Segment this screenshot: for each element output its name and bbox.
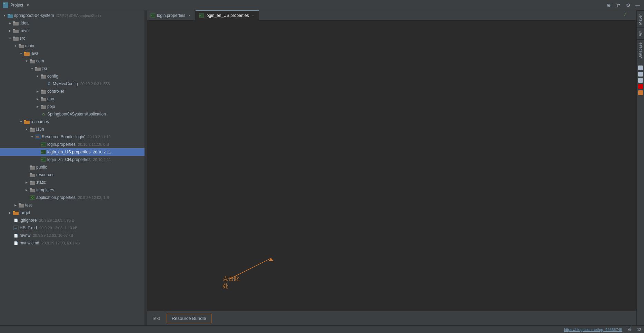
login-zh-meta: 20.10.2 11 [93,158,111,162]
test-label: test [25,203,32,208]
tree-src[interactable]: ▼ src [0,34,145,42]
project-tree[interactable]: ▼ springboot-04-system D:\学习\IDEA projec… [0,10,145,325]
tabs-bar: P login.properties × P login_en_US.prope… [147,10,636,21]
i18n-arrow[interactable]: ▼ [24,127,29,131]
com-arrow[interactable]: ▼ [24,59,29,63]
tree-rb-login[interactable]: ▼ RB Resource Bundle 'login' 20.10.2 11:… [0,133,145,141]
settings-btn[interactable]: ⚙ [625,2,632,9]
config-arrow[interactable]: ▼ [36,74,40,78]
title-bar-controls: ⊕ ⇄ ⚙ — [605,2,641,9]
tree-gitignore[interactable]: 📄 .gitignore 20.9.29 12:03, 395 B [0,216,145,224]
test-arrow[interactable]: ▶ [13,203,18,207]
zsr-folder-icon [35,67,41,71]
tree-idea[interactable]: ▶ .idea [0,19,145,27]
login-props-icon: P [41,142,46,147]
svg-text:P: P [41,151,43,153]
tree-main[interactable]: ▼ main [0,42,145,50]
app-props-icon [30,195,35,200]
res2-label: resources [36,172,55,177]
templates-arrow[interactable]: ▶ [24,188,29,192]
tab-login-properties[interactable]: P login.properties × [147,10,196,21]
bottom-tab-text[interactable]: Text [147,311,165,326]
tree-test[interactable]: ▶ test [0,201,145,209]
rb-label: Resource Bundle 'login' [42,134,85,139]
svg-text:md: md [14,227,17,229]
tree-mvnw[interactable]: 📄 mvnw 20.9.29 12:03, 10.07 kB [0,232,145,239]
tree-resources2[interactable]: resources [0,171,145,179]
tree-dao[interactable]: ▶ dao [0,95,145,103]
idea-arrow[interactable]: ▶ [8,21,12,25]
svg-rect-43 [30,181,32,182]
tree-mvn[interactable]: ▶ .mvn [0,27,145,34]
com-folder-icon [30,59,35,63]
check-mark: ✓ [623,11,627,18]
ctrl-arrow[interactable]: ▶ [36,89,40,93]
login-zh-label: login_zh_CN.properties [47,157,90,162]
main-arrow[interactable]: ▼ [13,44,18,48]
dropdown-arrow[interactable]: ▼ [26,3,30,7]
sidebar-btn-red[interactable] [638,84,643,89]
tree-static[interactable]: ▶ static [0,179,145,186]
test-folder-icon [19,203,24,208]
templates-label: templates [36,188,54,192]
config-folder-icon [41,74,46,79]
tree-controller[interactable]: ▶ controller [0,88,145,95]
tree-app-props[interactable]: application.properties 20.9.29 12:03, 1 … [0,194,145,201]
sidebar-ant[interactable]: Ant [637,28,644,39]
bottom-tab-resource-bundle[interactable]: Resource Bundle [167,314,211,323]
svg-marker-60 [269,258,274,261]
target-arrow[interactable]: ▶ [8,211,12,215]
sidebar-btn-1[interactable] [638,65,643,70]
svg-text:RB: RB [36,136,39,138]
tab2-icon: P [199,13,204,18]
res-arrow[interactable]: ▼ [19,120,23,124]
split-btn[interactable]: ⇄ [615,2,622,9]
config-label: config [47,74,58,79]
tree-login-zh-props[interactable]: P login_zh_CN.properties 20.10.2 11 [0,156,145,163]
com-label: com [36,59,44,63]
rb-arrow[interactable]: ▼ [30,135,34,139]
tree-target[interactable]: ▶ target [0,209,145,216]
minimize-btn[interactable]: — [634,2,641,9]
tree-springboot-app[interactable]: ✿ Springboot04SystemApplication [0,110,145,118]
tree-java[interactable]: ▼ java [0,50,145,57]
svg-rect-45 [30,188,32,190]
sidebar-btn-2[interactable] [638,72,643,77]
tree-mvnwcmd[interactable]: 📄 mvnw.cmd 20.9.29 12:03, 6.61 kB [0,239,145,247]
tree-resources-folder[interactable]: ▼ resources [0,118,145,125]
root-path: D:\学习\IDEA project\Sprin [56,13,101,18]
tab-login-en-properties[interactable]: P login_en_US.properties × [196,10,259,21]
rb-meta: 20.10.2 11:19 [87,135,110,139]
root-arrow[interactable]: ▼ [2,13,7,18]
pojo-label: pojo [47,104,55,109]
tree-templates[interactable]: ▶ templates [0,186,145,194]
sidebar-btn-3[interactable] [638,78,643,83]
pojo-arrow[interactable]: ▶ [36,104,40,109]
new-file-btn[interactable]: ⊕ [605,2,612,9]
editor-content[interactable]: 点击此处 [147,21,636,311]
tab2-close[interactable]: × [250,13,255,18]
tree-public[interactable]: public [0,163,145,171]
tree-config[interactable]: ▼ config [0,72,145,80]
src-arrow[interactable]: ▼ [8,36,12,40]
tree-helpmd[interactable]: md HELP.md 20.9.29 12:03, 1.13 kB [0,224,145,232]
java-label: java [31,51,38,56]
tree-i18n[interactable]: ▼ i18n [0,125,145,133]
tree-mymvcconfig[interactable]: C MyMvcConfig 20.10.2 0:31, 553 [0,80,145,88]
sidebar-maven[interactable]: Maven [637,10,644,28]
zsr-arrow[interactable]: ▼ [30,67,34,71]
tree-pojo[interactable]: ▶ pojo [0,103,145,110]
tree-login-props[interactable]: P login.properties 20.10.2 11:19, 0 B [0,141,145,148]
java-arrow[interactable]: ▼ [19,51,23,56]
tab1-close[interactable]: × [187,13,192,18]
static-arrow[interactable]: ▶ [24,180,29,184]
dao-arrow[interactable]: ▶ [36,97,40,101]
tree-login-en-props[interactable]: P login_en_US.properties 20.10.2 11 [0,148,145,156]
tree-zsr[interactable]: ▼ zsr [0,65,145,72]
mvn-arrow[interactable]: ▶ [8,29,12,33]
status-right: https://blog.csdn.net/qq_42665745 英 12 [564,327,641,332]
tree-root[interactable]: ▼ springboot-04-system D:\学习\IDEA projec… [0,12,145,19]
sidebar-btn-orange[interactable] [638,90,643,95]
sidebar-database[interactable]: Database [637,39,644,61]
tree-com[interactable]: ▼ com [0,57,145,65]
